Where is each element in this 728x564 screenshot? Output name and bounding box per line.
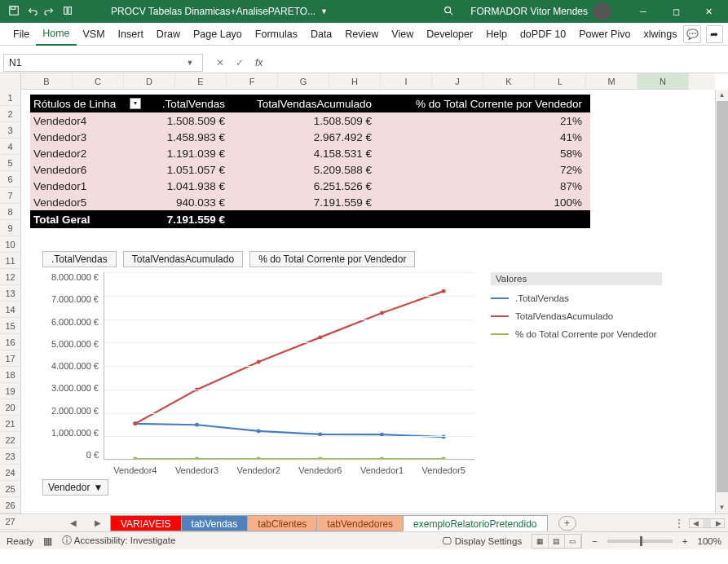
- touch-icon[interactable]: [62, 5, 73, 19]
- horizontal-scroll-nav[interactable]: ◀▶: [689, 518, 725, 528]
- zoom-in-button[interactable]: +: [682, 536, 688, 546]
- cancel-formula-icon[interactable]: ✕: [216, 57, 224, 68]
- row-header-24[interactable]: 24: [0, 465, 20, 481]
- chart-field-button[interactable]: .TotalVendas: [42, 251, 117, 267]
- row-header-22[interactable]: 22: [0, 432, 20, 448]
- accept-formula-icon[interactable]: ✓: [236, 57, 244, 68]
- column-header-C[interactable]: C: [73, 73, 124, 90]
- zoom-out-button[interactable]: −: [592, 536, 598, 546]
- fx-icon[interactable]: fx: [255, 57, 263, 68]
- row-header-1[interactable]: 1: [0, 90, 20, 106]
- row-header-26[interactable]: 26: [0, 497, 20, 513]
- accessibility-status[interactable]: ⓘ Accessibility: Investigate: [62, 535, 175, 547]
- row-header-20[interactable]: 20: [0, 399, 20, 416]
- column-header-J[interactable]: J: [432, 73, 483, 90]
- ribbon-tab-review[interactable]: Review: [338, 23, 385, 46]
- row-header-16[interactable]: 16: [0, 334, 20, 350]
- sheet-tab-tabclientes[interactable]: tabClientes: [247, 515, 317, 531]
- row-header-12[interactable]: 12: [0, 269, 20, 285]
- ribbon-tab-view[interactable]: View: [385, 23, 420, 46]
- maximize-button[interactable]: ◻: [660, 0, 692, 23]
- chart-filter-button[interactable]: Vendedor ▼: [42, 479, 108, 496]
- vertical-scrollbar[interactable]: ▲ ▼: [715, 90, 728, 513]
- row-header-14[interactable]: 14: [0, 302, 20, 318]
- ribbon-tab-data[interactable]: Data: [304, 23, 338, 46]
- ribbon-tab-file[interactable]: File: [7, 23, 36, 46]
- column-header-M[interactable]: M: [586, 73, 638, 90]
- table-row[interactable]: Vendedor21.191.039 €4.158.531 €58%: [30, 145, 590, 161]
- redo-icon[interactable]: [44, 5, 55, 19]
- column-header-H[interactable]: H: [329, 73, 381, 90]
- ribbon-tab-developer[interactable]: Developer: [420, 23, 479, 46]
- share-icon[interactable]: ➦: [706, 25, 723, 43]
- ribbon-tab-powerpivo[interactable]: Power Pivo: [572, 23, 637, 46]
- sheet-tab-variaveis[interactable]: VARIAVEIS: [110, 515, 182, 531]
- search-icon[interactable]: [443, 5, 454, 19]
- column-header-I[interactable]: I: [381, 73, 432, 90]
- display-settings-button[interactable]: 🖵 Display Settings: [442, 536, 522, 546]
- zoom-level[interactable]: 100%: [698, 536, 721, 546]
- row-header-2[interactable]: 2: [0, 106, 20, 122]
- row-header-27[interactable]: 27: [0, 513, 20, 530]
- user-name[interactable]: FORMADOR Vitor Mendes: [470, 6, 588, 17]
- row-labels-filter-icon[interactable]: ▾: [130, 98, 141, 109]
- formula-input[interactable]: [276, 54, 725, 72]
- sheet-tab-tabvendas[interactable]: tabVendas: [181, 515, 249, 531]
- sheet-tab-exemplorelatoriopretendido[interactable]: exemploRelatorioPretendido: [403, 515, 547, 531]
- row-header-18[interactable]: 18: [0, 367, 20, 383]
- ribbon-tab-dopdf10[interactable]: doPDF 10: [514, 23, 572, 46]
- chart-field-button[interactable]: TotalVendasAcumulado: [123, 251, 243, 267]
- column-header-F[interactable]: F: [227, 73, 278, 90]
- row-header-15[interactable]: 15: [0, 318, 20, 334]
- scrollbar-thumb[interactable]: [717, 101, 728, 492]
- ribbon-tab-help[interactable]: Help: [479, 23, 514, 46]
- pivot-chart[interactable]: .TotalVendasTotalVendasAcumulado% do Tot…: [36, 248, 680, 492]
- scroll-up-icon[interactable]: ▲: [716, 90, 728, 101]
- table-row[interactable]: Vendedor41.508.509 €1.508.509 €21%: [30, 112, 590, 129]
- save-icon[interactable]: [8, 5, 20, 19]
- undo-icon[interactable]: [26, 5, 38, 19]
- ribbon-tab-vsm[interactable]: VSM: [77, 23, 112, 46]
- ribbon-tab-xlwings[interactable]: xlwings: [637, 23, 683, 46]
- row-header-25[interactable]: 25: [0, 481, 20, 497]
- grid[interactable]: Rótulos de Linha ▾ .TotalVendas TotalVen…: [21, 90, 715, 513]
- row-header-7[interactable]: 7: [0, 187, 20, 204]
- table-row[interactable]: Vendedor61.051.057 €5.209.588 €72%: [30, 161, 590, 178]
- title-dropdown-icon[interactable]: ▼: [320, 7, 328, 15]
- comments-icon[interactable]: 💬: [683, 25, 700, 43]
- row-header-13[interactable]: 13: [0, 285, 20, 302]
- name-box-dropdown-icon[interactable]: ▼: [183, 59, 197, 67]
- sheet-tab-tabvendedores[interactable]: tabVendedores: [316, 515, 404, 531]
- row-header-3[interactable]: 3: [0, 122, 20, 139]
- ribbon-tab-formulas[interactable]: Formulas: [249, 23, 304, 46]
- row-header-4[interactable]: 4: [0, 139, 20, 155]
- row-header-21[interactable]: 21: [0, 416, 20, 432]
- close-button[interactable]: ✕: [692, 0, 725, 23]
- ribbon-tab-draw[interactable]: Draw: [150, 23, 187, 46]
- add-sheet-button[interactable]: +: [558, 516, 576, 531]
- column-header-E[interactable]: E: [175, 73, 227, 90]
- row-header-6[interactable]: 6: [0, 171, 20, 187]
- column-header-B[interactable]: B: [21, 73, 73, 90]
- row-header-9[interactable]: 9: [0, 220, 20, 236]
- zoom-slider[interactable]: [607, 540, 673, 543]
- sheet-nav-prev-icon[interactable]: ◀: [61, 518, 86, 527]
- ribbon-tab-pagelayo[interactable]: Page Layo: [187, 23, 249, 46]
- scroll-down-icon[interactable]: ▼: [716, 502, 728, 513]
- column-header-D[interactable]: D: [124, 73, 175, 90]
- row-header-23[interactable]: 23: [0, 448, 20, 465]
- table-row[interactable]: Vendedor11.041.938 €6.251.526 €87%: [30, 178, 590, 194]
- row-header-17[interactable]: 17: [0, 350, 20, 367]
- column-header-L[interactable]: L: [535, 73, 586, 90]
- row-header-11[interactable]: 11: [0, 253, 20, 269]
- name-box[interactable]: N1 ▼: [3, 54, 203, 72]
- row-header-8[interactable]: 8: [0, 204, 20, 220]
- row-header-10[interactable]: 10: [0, 236, 20, 253]
- table-row[interactable]: Vendedor31.458.983 €2.967.492 €41%: [30, 129, 590, 145]
- column-header-G[interactable]: G: [278, 73, 329, 90]
- column-header-K[interactable]: K: [483, 73, 535, 90]
- avatar[interactable]: [593, 2, 611, 20]
- view-buttons[interactable]: ▦▤▭: [532, 534, 582, 549]
- minimize-button[interactable]: ─: [627, 0, 660, 23]
- ribbon-tab-insert[interactable]: Insert: [112, 23, 150, 46]
